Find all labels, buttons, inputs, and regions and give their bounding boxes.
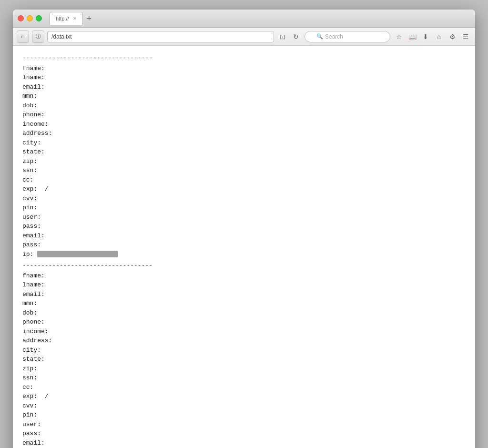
menu-icon[interactable]: ☰ — [460, 31, 471, 42]
field-email-2: email: — [22, 290, 466, 299]
field-pin-2: pin: — [22, 410, 466, 420]
info-button[interactable]: ⓘ — [32, 31, 44, 43]
search-box[interactable]: 🔍 Search — [305, 31, 390, 42]
field-pass2-1: pass: — [22, 240, 466, 250]
field-cvv-2: cvv: — [22, 401, 466, 411]
new-tab-button[interactable]: + — [85, 14, 94, 23]
field-user-1: user: — [22, 213, 466, 222]
active-tab[interactable]: http:// ✕ — [50, 12, 83, 25]
field-exp-2: exp: / — [22, 392, 466, 401]
field-state-1: state: — [22, 147, 466, 157]
download-icon[interactable]: ⬇ — [420, 31, 431, 42]
field-address-1: address: — [22, 129, 466, 138]
sync-icon[interactable]: ⚙ — [447, 31, 458, 42]
field-city-1: city: — [22, 138, 466, 148]
record-1: ----------------------------------- fnam… — [22, 53, 466, 259]
field-zip-1: zip: — [22, 157, 466, 166]
field-ip-1: ip: — [22, 250, 466, 259]
nav-bar: ← ⓘ /data.txt ⊡ ↻ 🔍 Search ☆ 📖 ⬇ ⌂ ⚙ ☰ — [13, 28, 475, 46]
field-cc-2: cc: — [22, 383, 466, 392]
field-cc-1: cc: — [22, 175, 466, 185]
field-address-2: address: — [22, 336, 466, 346]
home-icon[interactable]: ⌂ — [433, 31, 445, 42]
field-dob-1: dob: — [22, 101, 466, 111]
search-placeholder-text: Search — [325, 33, 343, 40]
field-income-1: income: — [22, 120, 466, 129]
title-bar: http:// ✕ + — [13, 10, 475, 28]
field-cvv-1: cvv: — [22, 194, 466, 204]
field-mmn-1: mmn: — [22, 92, 466, 101]
record-2: ----------------------------------- fnam… — [22, 261, 466, 448]
field-user-2: user: — [22, 420, 466, 429]
field-email2-2: email: — [22, 438, 466, 448]
field-pin-1: pin: — [22, 203, 466, 213]
address-text: /data.txt — [51, 33, 72, 40]
reload-icon[interactable]: ↻ — [290, 31, 302, 42]
field-fname-2: fname: — [22, 271, 466, 281]
field-phone-1: phone: — [22, 110, 466, 120]
field-pass-1: pass: — [22, 222, 466, 231]
field-email2-1: email: — [22, 231, 466, 241]
tab-bar: http:// ✕ + — [50, 12, 470, 25]
file-content: ----------------------------------- fnam… — [13, 46, 475, 448]
search-icon: 🔍 — [316, 33, 323, 40]
tab-url-label: http:// — [56, 16, 69, 21]
field-ssn-1: ssn: — [22, 166, 466, 175]
field-fname-1: fname: — [22, 64, 466, 73]
divider-2: ----------------------------------- — [22, 261, 466, 270]
nav-icons: ⊡ ↻ — [277, 31, 302, 42]
field-pass-2: pass: — [22, 429, 466, 438]
reader-view-icon[interactable]: ⊡ — [277, 31, 288, 42]
tab-close-icon[interactable]: ✕ — [73, 16, 77, 21]
field-income-2: income: — [22, 327, 466, 336]
minimize-button[interactable] — [27, 15, 33, 21]
reader-icon[interactable]: 📖 — [407, 31, 418, 42]
browser-window: http:// ✕ + ← ⓘ /data.txt ⊡ ↻ 🔍 Search ☆… — [13, 10, 475, 448]
field-lname-2: lname: — [22, 280, 466, 290]
right-nav-icons: ☆ 📖 ⬇ ⌂ ⚙ ☰ — [393, 31, 471, 42]
field-exp-1: exp: / — [22, 184, 466, 194]
bookmark-icon[interactable]: ☆ — [393, 31, 405, 42]
field-dob-2: dob: — [22, 308, 466, 318]
field-lname-1: lname: — [22, 73, 466, 82]
field-email-1: email: — [22, 82, 466, 92]
divider-1: ----------------------------------- — [22, 53, 466, 63]
field-phone-2: phone: — [22, 317, 466, 327]
field-mmn-2: mmn: — [22, 299, 466, 308]
traffic-lights — [18, 15, 42, 21]
maximize-button[interactable] — [36, 15, 42, 21]
back-button[interactable]: ← — [17, 31, 29, 43]
field-city-2: city: — [22, 346, 466, 355]
field-zip-2: zip: — [22, 364, 466, 374]
address-bar[interactable]: /data.txt — [47, 31, 274, 42]
close-button[interactable] — [18, 15, 24, 21]
ip-redacted-1 — [37, 251, 118, 257]
field-state-2: state: — [22, 355, 466, 364]
field-ssn-2: ssn: — [22, 373, 466, 383]
